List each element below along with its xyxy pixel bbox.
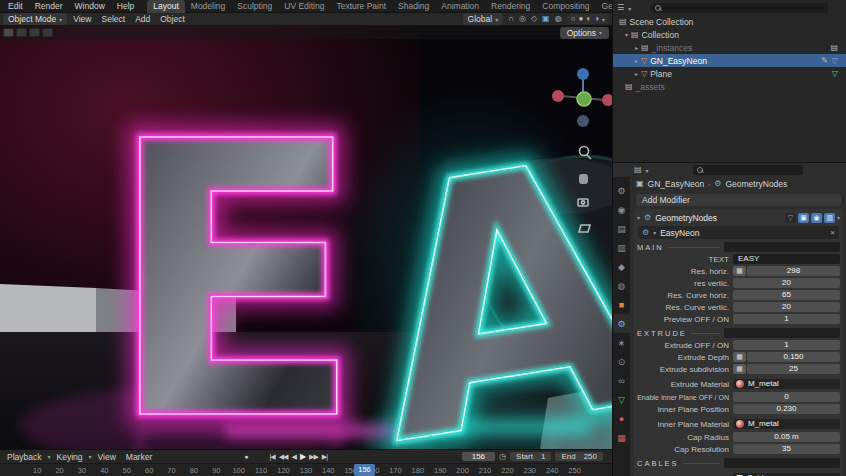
extrude-toggle-input[interactable]: 1 (733, 340, 840, 350)
outliner-row-plane[interactable]: ▸ ▽ Plane ▽ (613, 67, 846, 80)
end-frame-field[interactable]: End 250 (555, 452, 603, 461)
modifier-panel-header[interactable]: ▾ ⚙ GeometryNodes ▽ ▣ ◉ ▥ ▾ (637, 211, 840, 224)
extrude-material-selector[interactable]: M_metal (733, 379, 840, 389)
tab-compositing[interactable]: Compositing (536, 0, 595, 13)
transform-orientation-selector[interactable]: Global ▾ (463, 13, 504, 25)
start-frame-field[interactable]: Start 1 (510, 452, 551, 461)
outliner-row-gn-easyneon[interactable]: ▸ ▽ GN_EasyNeon ✎ ▽ (613, 54, 846, 67)
exclude-collection-icon[interactable]: ▤ (830, 44, 838, 52)
tab-shading[interactable]: Shading (392, 0, 435, 13)
tab-uv-editing[interactable]: UV Editing (278, 0, 330, 13)
add-modifier-button[interactable]: Add Modifier (636, 194, 841, 206)
extrude-depth-input[interactable]: 0.150 (747, 352, 840, 362)
tab-texture-paint[interactable]: Texture Paint (330, 0, 392, 13)
outliner-search-input[interactable] (651, 3, 828, 13)
menu-object[interactable]: Object (156, 14, 189, 24)
properties-tab-constraints-icon[interactable]: ∞ (613, 371, 630, 390)
expand-arrow-icon[interactable]: ▾ (637, 214, 640, 221)
timeline-ruler[interactable]: 10 20 30 40 50 60 70 80 90 100 110 120 1… (0, 463, 612, 476)
outliner-row-collection[interactable]: ▾ ▤ Collection (613, 28, 846, 41)
current-frame-field[interactable]: 156 (462, 452, 495, 461)
previous-keyframe-icon[interactable]: ◀◀ (279, 453, 288, 461)
shading-wireframe-icon[interactable]: ○ (571, 15, 576, 23)
attribute-toggle-icon[interactable]: ▦ (733, 352, 746, 362)
cap-resolution-input[interactable]: 35 (733, 444, 840, 454)
properties-tab-output-icon[interactable]: ▤ (613, 219, 630, 238)
arrow-right-icon[interactable]: ▸ (635, 44, 638, 51)
mode-selector[interactable]: Object Mode ▾ (3, 13, 67, 25)
modifier-name[interactable]: GeometryNodes (655, 213, 781, 223)
section-main[interactable]: MAIN (637, 241, 840, 253)
attribute-toggle-icon[interactable]: ▦ (733, 266, 746, 276)
modifier-extras-icon[interactable]: ▾ (837, 214, 840, 221)
text-input[interactable]: EASY (733, 254, 840, 264)
section-cables[interactable]: CABLES (637, 457, 840, 469)
section-extrude[interactable]: EXTRUDE (637, 327, 840, 339)
filter-icon[interactable]: ☰ (617, 4, 624, 12)
editor-type-icon[interactable]: ▤ (634, 166, 642, 174)
attribute-toggle-icon[interactable]: ▦ (733, 364, 746, 374)
tab-sculpting[interactable]: Sculpting (231, 0, 278, 13)
properties-tab-particles-icon[interactable]: ∗ (613, 333, 630, 352)
extrude-subdivision-input[interactable]: 25 (747, 364, 840, 374)
properties-tab-render-icon[interactable]: ◉ (613, 200, 630, 219)
playhead-current-frame[interactable]: 156 (354, 464, 375, 476)
properties-search-input[interactable] (693, 165, 803, 175)
properties-tab-tool-icon[interactable]: ⚙ (613, 181, 630, 200)
res-vertic-input[interactable]: 20 (733, 278, 840, 288)
res-horiz-input[interactable]: 298 (747, 266, 840, 276)
arrow-right-icon[interactable]: ▸ (635, 70, 638, 77)
menu-playback[interactable]: Playback (3, 452, 46, 462)
snap-magnet-icon[interactable]: ∩ (508, 15, 514, 23)
properties-tab-data-icon[interactable]: ▽ (613, 390, 630, 409)
play-reverse-icon[interactable]: ◀ (291, 453, 295, 461)
tab-animation[interactable]: Animation (435, 0, 485, 13)
viewport-3d[interactable]: E E E E A A A A E A (0, 26, 612, 449)
modifier-nodes-icon[interactable]: ▽ (785, 213, 796, 223)
proportional-edit-icon[interactable]: ◎ (519, 15, 526, 23)
select-mode-extend-icon[interactable] (16, 28, 27, 37)
tab-modeling[interactable]: Modeling (185, 0, 232, 13)
shading-solid-icon[interactable]: ● (578, 15, 583, 23)
menu-marker[interactable]: Marker (122, 452, 156, 462)
properties-tab-modifiers-icon[interactable]: ⚙ (613, 314, 630, 333)
menu-add[interactable]: Add (131, 14, 154, 24)
arrow-down-icon[interactable]: ▾ (625, 31, 628, 38)
unlink-icon[interactable]: × (830, 229, 835, 237)
properties-tab-scene-icon[interactable]: ◆ (613, 257, 630, 276)
cap-radius-input[interactable]: 0.05 m (733, 432, 840, 442)
preview-toggle-input[interactable]: 1 (733, 314, 840, 324)
menu-window[interactable]: Window (70, 1, 110, 11)
menu-help[interactable]: Help (112, 1, 139, 11)
breadcrumb-modifier[interactable]: GeometryNodes (725, 179, 787, 189)
tab-rendering[interactable]: Rendering (485, 0, 536, 13)
menu-select[interactable]: Select (98, 14, 130, 24)
jump-to-start-icon[interactable]: |◀ (270, 453, 275, 461)
inner-plane-material-selector[interactable]: M_metal (733, 419, 840, 429)
menu-render[interactable]: Render (30, 1, 68, 11)
breadcrumb-object[interactable]: GN_EasyNeon (648, 179, 705, 189)
options-button[interactable]: Options ▾ (560, 27, 609, 39)
menu-view[interactable]: View (69, 14, 95, 24)
xray-toggle-icon[interactable]: ◍ (555, 15, 562, 23)
next-keyframe-icon[interactable]: ▶▶ (309, 453, 318, 461)
res-curve-vertic-input[interactable]: 20 (733, 302, 840, 312)
pan-tool-icon[interactable] (579, 174, 588, 184)
modifier-realtime-toggle-icon[interactable]: ◉ (811, 213, 822, 223)
tab-layout[interactable]: Layout (147, 0, 185, 13)
menu-keying[interactable]: Keying (53, 452, 87, 462)
modifier-render-toggle-icon[interactable]: ▥ (824, 213, 835, 223)
overlays-toggle-icon[interactable]: ▣ (542, 15, 550, 23)
jump-to-end-icon[interactable]: ▶| (322, 453, 327, 461)
properties-tab-physics-icon[interactable]: ⊙ (613, 352, 630, 371)
properties-tab-texture-icon[interactable]: ▦ (613, 428, 630, 447)
shading-rendered-icon[interactable]: ◑ (594, 15, 599, 23)
select-mode-new-icon[interactable] (3, 28, 14, 37)
properties-tab-world-icon[interactable]: ◍ (613, 276, 630, 295)
outliner-row-assets[interactable]: ▤ _assets (613, 80, 846, 93)
res-curve-horiz-input[interactable]: 65 (733, 290, 840, 300)
play-icon[interactable]: ▶ (300, 452, 305, 461)
properties-tab-object-icon[interactable]: ■ (613, 295, 630, 314)
inner-plane-toggle-input[interactable]: 0 (733, 392, 840, 402)
select-mode-subtract-icon[interactable] (29, 28, 40, 37)
